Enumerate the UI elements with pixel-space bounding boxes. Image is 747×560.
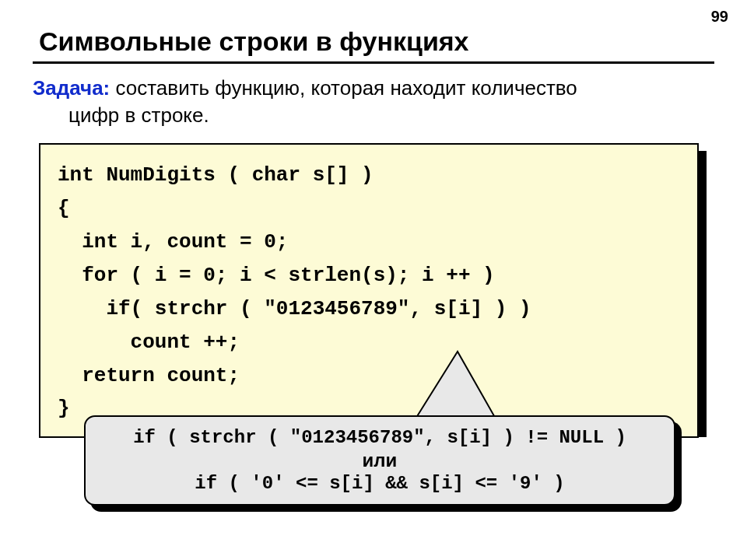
callout-box: if ( strchr ( "0123456789", s[i] ) != NU…: [84, 415, 675, 506]
callout-or: или: [86, 450, 674, 471]
task-line1: составить функцию, которая находит колич…: [110, 76, 577, 100]
code-block: int NumDigits ( char s[] ) { int i, coun…: [39, 143, 714, 438]
slide-content: Символьные строки в функциях Задача: сос…: [0, 0, 747, 438]
task-label: Задача:: [33, 76, 110, 100]
page-number: 99: [711, 8, 728, 26]
slide-title: Символьные строки в функциях: [33, 26, 714, 57]
task-text: Задача: составить функцию, которая наход…: [33, 75, 714, 129]
callout: if ( strchr ( "0123456789", s[i] ) != NU…: [84, 415, 682, 506]
code-box: int NumDigits ( char s[] ) { int i, coun…: [39, 143, 699, 438]
title-rule: [33, 61, 714, 64]
task-line2: цифр в строке.: [33, 102, 714, 129]
callout-line1: if ( strchr ( "0123456789", s[i] ) != NU…: [86, 427, 674, 448]
callout-line2: if ( '0' <= s[i] && s[i] <= '9' ): [86, 473, 674, 494]
